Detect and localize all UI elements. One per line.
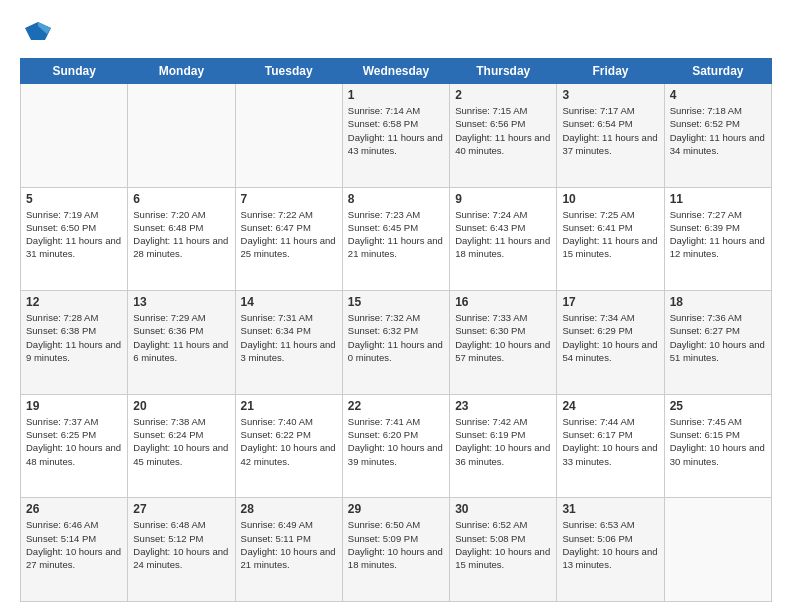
day-number: 2 — [455, 88, 551, 102]
calendar-cell: 28Sunrise: 6:49 AMSunset: 5:11 PMDayligh… — [235, 498, 342, 602]
day-info: Sunrise: 7:36 AMSunset: 6:27 PMDaylight:… — [670, 311, 766, 364]
calendar-cell: 1Sunrise: 7:14 AMSunset: 6:58 PMDaylight… — [342, 84, 449, 188]
calendar-cell: 7Sunrise: 7:22 AMSunset: 6:47 PMDaylight… — [235, 187, 342, 291]
calendar-cell: 18Sunrise: 7:36 AMSunset: 6:27 PMDayligh… — [664, 291, 771, 395]
day-number: 25 — [670, 399, 766, 413]
calendar-cell: 5Sunrise: 7:19 AMSunset: 6:50 PMDaylight… — [21, 187, 128, 291]
day-info: Sunrise: 6:48 AMSunset: 5:12 PMDaylight:… — [133, 518, 229, 571]
day-number: 22 — [348, 399, 444, 413]
day-number: 8 — [348, 192, 444, 206]
calendar-cell — [128, 84, 235, 188]
day-info: Sunrise: 7:25 AMSunset: 6:41 PMDaylight:… — [562, 208, 658, 261]
day-info: Sunrise: 7:18 AMSunset: 6:52 PMDaylight:… — [670, 104, 766, 157]
calendar-header-sunday: Sunday — [21, 59, 128, 84]
day-info: Sunrise: 6:52 AMSunset: 5:08 PMDaylight:… — [455, 518, 551, 571]
calendar-header-row: SundayMondayTuesdayWednesdayThursdayFrid… — [21, 59, 772, 84]
calendar-cell — [21, 84, 128, 188]
day-number: 16 — [455, 295, 551, 309]
calendar-header-saturday: Saturday — [664, 59, 771, 84]
day-number: 23 — [455, 399, 551, 413]
day-number: 4 — [670, 88, 766, 102]
calendar-header-thursday: Thursday — [450, 59, 557, 84]
day-info: Sunrise: 7:38 AMSunset: 6:24 PMDaylight:… — [133, 415, 229, 468]
day-number: 12 — [26, 295, 122, 309]
calendar-cell: 22Sunrise: 7:41 AMSunset: 6:20 PMDayligh… — [342, 394, 449, 498]
calendar-cell: 21Sunrise: 7:40 AMSunset: 6:22 PMDayligh… — [235, 394, 342, 498]
day-info: Sunrise: 7:23 AMSunset: 6:45 PMDaylight:… — [348, 208, 444, 261]
day-info: Sunrise: 7:15 AMSunset: 6:56 PMDaylight:… — [455, 104, 551, 157]
calendar-cell: 3Sunrise: 7:17 AMSunset: 6:54 PMDaylight… — [557, 84, 664, 188]
day-info: Sunrise: 7:19 AMSunset: 6:50 PMDaylight:… — [26, 208, 122, 261]
day-number: 9 — [455, 192, 551, 206]
day-number: 3 — [562, 88, 658, 102]
day-info: Sunrise: 7:14 AMSunset: 6:58 PMDaylight:… — [348, 104, 444, 157]
day-number: 10 — [562, 192, 658, 206]
logo-icon — [23, 18, 53, 48]
page: SundayMondayTuesdayWednesdayThursdayFrid… — [0, 0, 792, 612]
day-number: 30 — [455, 502, 551, 516]
calendar-cell: 8Sunrise: 7:23 AMSunset: 6:45 PMDaylight… — [342, 187, 449, 291]
day-number: 7 — [241, 192, 337, 206]
day-number: 15 — [348, 295, 444, 309]
day-number: 26 — [26, 502, 122, 516]
calendar-cell: 23Sunrise: 7:42 AMSunset: 6:19 PMDayligh… — [450, 394, 557, 498]
day-info: Sunrise: 7:31 AMSunset: 6:34 PMDaylight:… — [241, 311, 337, 364]
calendar-cell: 25Sunrise: 7:45 AMSunset: 6:15 PMDayligh… — [664, 394, 771, 498]
calendar-cell: 12Sunrise: 7:28 AMSunset: 6:38 PMDayligh… — [21, 291, 128, 395]
calendar-cell: 31Sunrise: 6:53 AMSunset: 5:06 PMDayligh… — [557, 498, 664, 602]
calendar-table: SundayMondayTuesdayWednesdayThursdayFrid… — [20, 58, 772, 602]
calendar-header-wednesday: Wednesday — [342, 59, 449, 84]
logo — [20, 18, 53, 48]
day-info: Sunrise: 7:40 AMSunset: 6:22 PMDaylight:… — [241, 415, 337, 468]
header — [20, 18, 772, 48]
day-info: Sunrise: 7:29 AMSunset: 6:36 PMDaylight:… — [133, 311, 229, 364]
calendar-week-row: 26Sunrise: 6:46 AMSunset: 5:14 PMDayligh… — [21, 498, 772, 602]
calendar-cell: 6Sunrise: 7:20 AMSunset: 6:48 PMDaylight… — [128, 187, 235, 291]
day-number: 5 — [26, 192, 122, 206]
day-number: 20 — [133, 399, 229, 413]
calendar-header-monday: Monday — [128, 59, 235, 84]
calendar-week-row: 5Sunrise: 7:19 AMSunset: 6:50 PMDaylight… — [21, 187, 772, 291]
calendar-cell: 30Sunrise: 6:52 AMSunset: 5:08 PMDayligh… — [450, 498, 557, 602]
day-number: 19 — [26, 399, 122, 413]
day-number: 29 — [348, 502, 444, 516]
day-info: Sunrise: 7:44 AMSunset: 6:17 PMDaylight:… — [562, 415, 658, 468]
day-info: Sunrise: 7:17 AMSunset: 6:54 PMDaylight:… — [562, 104, 658, 157]
day-number: 6 — [133, 192, 229, 206]
calendar-header-tuesday: Tuesday — [235, 59, 342, 84]
calendar-header-friday: Friday — [557, 59, 664, 84]
day-info: Sunrise: 6:53 AMSunset: 5:06 PMDaylight:… — [562, 518, 658, 571]
day-info: Sunrise: 7:28 AMSunset: 6:38 PMDaylight:… — [26, 311, 122, 364]
calendar-cell: 17Sunrise: 7:34 AMSunset: 6:29 PMDayligh… — [557, 291, 664, 395]
day-info: Sunrise: 7:32 AMSunset: 6:32 PMDaylight:… — [348, 311, 444, 364]
day-number: 27 — [133, 502, 229, 516]
calendar-cell: 11Sunrise: 7:27 AMSunset: 6:39 PMDayligh… — [664, 187, 771, 291]
day-info: Sunrise: 7:37 AMSunset: 6:25 PMDaylight:… — [26, 415, 122, 468]
day-number: 18 — [670, 295, 766, 309]
day-number: 13 — [133, 295, 229, 309]
day-number: 28 — [241, 502, 337, 516]
day-info: Sunrise: 7:22 AMSunset: 6:47 PMDaylight:… — [241, 208, 337, 261]
day-info: Sunrise: 7:41 AMSunset: 6:20 PMDaylight:… — [348, 415, 444, 468]
day-info: Sunrise: 6:46 AMSunset: 5:14 PMDaylight:… — [26, 518, 122, 571]
calendar-week-row: 19Sunrise: 7:37 AMSunset: 6:25 PMDayligh… — [21, 394, 772, 498]
calendar-cell: 20Sunrise: 7:38 AMSunset: 6:24 PMDayligh… — [128, 394, 235, 498]
day-info: Sunrise: 7:34 AMSunset: 6:29 PMDaylight:… — [562, 311, 658, 364]
calendar-cell: 4Sunrise: 7:18 AMSunset: 6:52 PMDaylight… — [664, 84, 771, 188]
calendar-cell: 9Sunrise: 7:24 AMSunset: 6:43 PMDaylight… — [450, 187, 557, 291]
day-info: Sunrise: 6:50 AMSunset: 5:09 PMDaylight:… — [348, 518, 444, 571]
day-info: Sunrise: 7:33 AMSunset: 6:30 PMDaylight:… — [455, 311, 551, 364]
calendar-cell — [664, 498, 771, 602]
day-number: 1 — [348, 88, 444, 102]
day-number: 24 — [562, 399, 658, 413]
day-info: Sunrise: 7:24 AMSunset: 6:43 PMDaylight:… — [455, 208, 551, 261]
calendar-cell: 13Sunrise: 7:29 AMSunset: 6:36 PMDayligh… — [128, 291, 235, 395]
day-number: 14 — [241, 295, 337, 309]
day-number: 17 — [562, 295, 658, 309]
day-info: Sunrise: 7:20 AMSunset: 6:48 PMDaylight:… — [133, 208, 229, 261]
day-info: Sunrise: 7:27 AMSunset: 6:39 PMDaylight:… — [670, 208, 766, 261]
calendar-cell: 24Sunrise: 7:44 AMSunset: 6:17 PMDayligh… — [557, 394, 664, 498]
day-number: 21 — [241, 399, 337, 413]
day-number: 11 — [670, 192, 766, 206]
day-number: 31 — [562, 502, 658, 516]
